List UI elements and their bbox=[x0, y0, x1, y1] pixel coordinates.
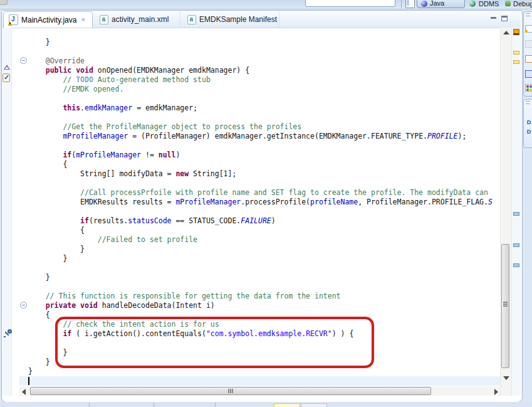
code-token bbox=[28, 103, 63, 112]
code-token: .processProfile( bbox=[241, 198, 310, 206]
occurrence-marker[interactable] bbox=[513, 212, 519, 216]
code-line: // This function is responsible for gett… bbox=[28, 292, 501, 301]
code-token bbox=[28, 132, 63, 140]
drag-handle[interactable] bbox=[526, 101, 530, 104]
task-marker-icon[interactable]: ✓ bbox=[3, 73, 10, 82]
override-marker-icon[interactable] bbox=[4, 65, 10, 70]
code-token: } bbox=[28, 367, 33, 376]
code-token: @Override bbox=[46, 56, 85, 65]
code-line bbox=[28, 113, 501, 122]
text-caret bbox=[28, 377, 29, 385]
minimized-view-palette-icon[interactable] bbox=[525, 84, 532, 92]
minimized-view-icon[interactable] bbox=[525, 40, 532, 48]
toolbar-separator bbox=[401, 0, 402, 8]
code-token bbox=[28, 216, 80, 225]
code-line bbox=[28, 263, 501, 273]
overview-status-icon[interactable] bbox=[513, 29, 519, 35]
code-token: { bbox=[28, 160, 67, 169]
code-token: { bbox=[28, 226, 85, 235]
code-token: String[] modifyData = bbox=[28, 169, 175, 178]
scroll-left-icon[interactable] bbox=[22, 389, 26, 395]
code-line: this.emdkManager = emdkManager; bbox=[28, 103, 501, 113]
fold-collapse-icon[interactable] bbox=[20, 57, 27, 64]
status-divider bbox=[154, 402, 154, 407]
code-token: new bbox=[175, 169, 189, 178]
occurrence-marker[interactable] bbox=[513, 263, 519, 267]
code-token: FAILURE bbox=[241, 216, 271, 225]
tab-emdksample-manifest[interactable]: a EMDKSample Manifest bbox=[182, 11, 279, 28]
warning-marker[interactable] bbox=[513, 51, 519, 55]
tab-activity-main-xml[interactable]: a activity_main.xml bbox=[95, 11, 180, 28]
maximize-icon[interactable] bbox=[501, 16, 508, 21]
open-perspective-icon[interactable] bbox=[405, 0, 415, 8]
drag-handle[interactable] bbox=[526, 13, 530, 16]
code-line: EMDKResults results = mProfileManager.pr… bbox=[28, 198, 501, 207]
code-token: //Get the ProfileManager object to proce… bbox=[28, 122, 301, 131]
code-line: //Failed to set profile bbox=[28, 235, 501, 245]
code-token: if bbox=[80, 216, 89, 225]
close-icon[interactable]: × bbox=[81, 16, 85, 23]
minimized-view-devices-icon[interactable]: D bbox=[525, 129, 532, 136]
scrollbar-grip bbox=[503, 302, 508, 303]
java-file-warning-icon: J bbox=[9, 14, 18, 25]
tab-mainactivity-java[interactable]: J MainActivity.java × bbox=[3, 11, 93, 28]
tab-label: EMDKSample Manifest bbox=[199, 15, 277, 24]
code-token: PROFILE bbox=[427, 132, 457, 140]
toolbar-button-sliver bbox=[0, 0, 8, 5]
code-token: Auto-generated method stub bbox=[93, 75, 211, 84]
code-token: } bbox=[28, 357, 50, 366]
code-token: EMDKResults results = bbox=[28, 198, 175, 206]
code-token: // bbox=[28, 75, 76, 84]
code-line: { bbox=[28, 226, 501, 235]
status-divider bbox=[215, 402, 216, 407]
warning-overlay-icon bbox=[8, 21, 13, 26]
code-token: String[1]; bbox=[189, 169, 236, 178]
code-token: S bbox=[488, 198, 493, 206]
scroll-up-icon[interactable] bbox=[503, 31, 509, 34]
minimized-view-problems-icon[interactable] bbox=[525, 25, 532, 33]
code-line: { bbox=[28, 160, 501, 169]
perspective-label[interactable]: DDMS bbox=[479, 1, 499, 8]
scroll-right-icon[interactable] bbox=[494, 389, 498, 395]
code-token bbox=[28, 151, 63, 159]
android-xml-icon: a bbox=[187, 15, 196, 24]
top-toolbar-strip: Java DDMS Debug bbox=[0, 0, 532, 9]
code-token: } bbox=[28, 254, 67, 263]
code-line: } bbox=[28, 273, 501, 282]
key-marker-icon[interactable] bbox=[4, 329, 12, 339]
code-token: if bbox=[63, 151, 71, 159]
minimized-view-tasks-icon[interactable] bbox=[525, 55, 532, 63]
minimize-icon[interactable] bbox=[491, 17, 496, 19]
code-token: ); bbox=[457, 132, 466, 140]
perspective-button-java[interactable]: Java bbox=[417, 0, 465, 8]
debug-perspective-icon[interactable] bbox=[505, 1, 511, 6]
fold-collapse-icon[interactable] bbox=[20, 302, 27, 309]
code-line: //Call processPrfoile with profile name … bbox=[28, 188, 501, 198]
code-token: //EMDK opened. bbox=[28, 85, 123, 93]
code-line bbox=[28, 94, 501, 103]
code-token: = (ProfileManager) emdkManager.getInstan… bbox=[128, 132, 427, 140]
quick-access-input[interactable] bbox=[305, 0, 395, 7]
perspective-label[interactable]: Debug bbox=[513, 1, 532, 8]
code-token: TODO bbox=[76, 75, 93, 84]
perspective-label: Java bbox=[430, 0, 444, 7]
code-token: handleDecodeData(Intent i) bbox=[98, 301, 215, 310]
occurrence-marker[interactable] bbox=[513, 243, 519, 247]
status-widget bbox=[301, 403, 327, 407]
warning-marker[interactable] bbox=[513, 60, 519, 64]
scrollbar-grip bbox=[228, 389, 229, 393]
code-token: private void bbox=[46, 301, 98, 310]
minimized-view-outline-icon[interactable] bbox=[525, 70, 532, 78]
code-token: != bbox=[141, 151, 159, 159]
code-token: ) bbox=[175, 151, 180, 159]
ddms-perspective-icon[interactable] bbox=[469, 1, 476, 7]
code-token: onOpened(EMDKManager emdkManager) { bbox=[93, 66, 249, 75]
code-line: private void handleDecodeData(Intent i) bbox=[28, 301, 501, 310]
code-token: (results. bbox=[89, 216, 128, 225]
scroll-down-icon[interactable] bbox=[503, 376, 509, 380]
minimized-view-devices-icon[interactable]: D bbox=[525, 119, 532, 127]
code-line bbox=[28, 141, 501, 151]
tab-label: MainActivity.java bbox=[21, 16, 76, 24]
code-token: //Failed to set profile bbox=[28, 235, 197, 244]
code-line: //Get the ProfileManager object to proce… bbox=[28, 122, 501, 132]
